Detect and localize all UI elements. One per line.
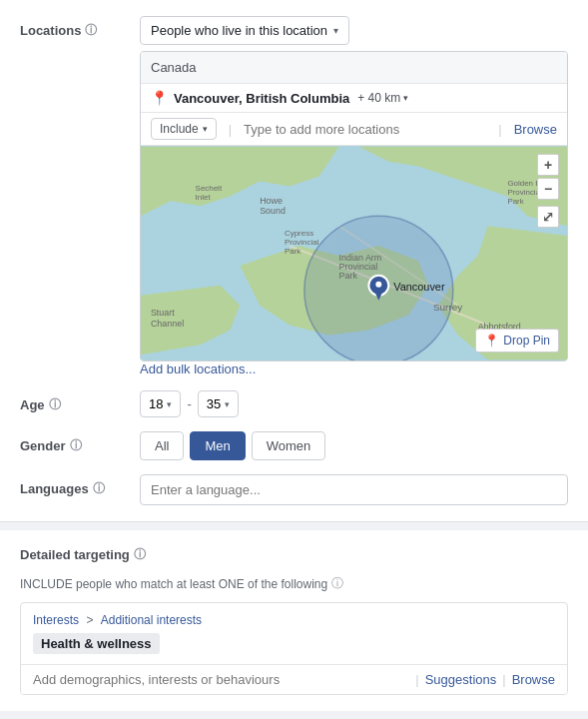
drop-pin-label: Drop Pin [503, 334, 550, 348]
map-fullscreen-button[interactable]: ⤢ [537, 206, 559, 228]
gender-men-button[interactable]: Men [190, 431, 245, 460]
targeting-browse-link[interactable]: Browse [512, 672, 555, 687]
city-name: Vancouver, British Columbia [174, 91, 349, 106]
gender-label: Gender [20, 438, 66, 453]
svg-text:Stuart: Stuart [151, 308, 175, 318]
include-dropdown[interactable]: Include ▾ [151, 118, 217, 140]
map-controls: + − ⤢ [537, 154, 559, 228]
location-city-row: 📍 Vancouver, British Columbia + 40 km ▾ [141, 84, 567, 113]
svg-text:Inlet: Inlet [196, 193, 212, 202]
drop-pin-icon: 📍 [484, 334, 499, 348]
languages-label: Languages [20, 481, 89, 496]
svg-text:Howe: Howe [260, 196, 283, 206]
location-box: Canada 📍 Vancouver, British Columbia + 4… [140, 51, 568, 361]
locations-info-icon[interactable]: ⓘ [85, 22, 97, 39]
languages-info-icon[interactable]: ⓘ [93, 480, 105, 497]
languages-label-col: Languages ⓘ [20, 474, 140, 497]
age-max-select[interactable]: 35 ▾ [198, 390, 239, 417]
age-max-chevron-icon: ▾ [225, 399, 230, 409]
svg-text:Park: Park [507, 197, 523, 206]
languages-row: Languages ⓘ [20, 474, 568, 505]
radius-chevron-icon: ▾ [403, 93, 408, 103]
locations-section: Locations ⓘ People who live in this loca… [0, 0, 588, 522]
label-text: Locations [20, 23, 81, 38]
gender-row: Gender ⓘ All Men Women [20, 431, 568, 460]
detailed-targeting-section: Detailed targeting ⓘ INCLUDE people who … [0, 530, 588, 711]
gender-group: All Men Women [140, 431, 568, 460]
gender-women-button[interactable]: Women [252, 431, 326, 460]
add-bulk-link[interactable]: Add bulk locations... [140, 361, 256, 376]
targeting-box: Interests > Additional interests Health … [20, 602, 568, 695]
targeting-divider2: | [502, 672, 505, 687]
dropdown-label: People who live in this location [151, 23, 327, 38]
age-dash: - [187, 396, 191, 411]
divider: | [229, 122, 232, 137]
include-label: Include [160, 122, 199, 136]
age-min-value: 18 [149, 396, 163, 411]
map-container: Vancouver Surrey Abbotsford Stuart Chann… [141, 146, 567, 360]
include-chevron-icon: ▾ [203, 124, 208, 134]
targeting-tag: Health & wellness [33, 633, 160, 654]
languages-content [140, 474, 568, 505]
age-content: 18 ▾ - 35 ▾ [140, 390, 568, 417]
svg-text:Sechelt: Sechelt [196, 184, 223, 193]
targeting-add-row: | Suggestions | Browse [21, 665, 567, 694]
age-row: Age ⓘ 18 ▾ - 35 ▾ [20, 390, 568, 417]
age-min-chevron-icon: ▾ [167, 399, 172, 409]
age-max-value: 35 [207, 396, 221, 411]
suggestions-link[interactable]: Suggestions [425, 672, 497, 687]
tag-label: Health & wellness [41, 636, 152, 651]
age-info-icon[interactable]: ⓘ [49, 396, 61, 413]
location-type-dropdown[interactable]: People who live in this location ▾ [140, 16, 349, 45]
additional-interests-link[interactable]: Additional interests [101, 613, 202, 627]
targeting-divider: | [415, 672, 418, 687]
radius-value: + 40 km [357, 91, 400, 105]
targeting-header: Detailed targeting ⓘ [20, 546, 568, 563]
svg-text:Cypress: Cypress [285, 229, 313, 238]
svg-text:Surrey: Surrey [433, 302, 462, 313]
gender-all-button[interactable]: All [140, 431, 184, 460]
age-label: Age [20, 397, 45, 412]
svg-point-6 [375, 282, 381, 288]
svg-text:Park: Park [285, 247, 300, 256]
targeting-add-input[interactable] [33, 672, 409, 687]
locations-label: Locations ⓘ [20, 16, 140, 39]
location-pin-icon: 📍 [151, 90, 168, 106]
targeting-label: Detailed targeting [20, 547, 130, 562]
map-zoom-out-button[interactable]: − [537, 178, 559, 200]
targeting-include-info-icon[interactable]: ⓘ [331, 575, 343, 592]
locations-content: People who live in this location ▾ Canad… [140, 16, 568, 376]
svg-text:Vancouver: Vancouver [393, 281, 445, 293]
svg-text:Sound: Sound [260, 206, 286, 216]
gender-content: All Men Women [140, 431, 568, 460]
interests-breadcrumb: Interests > Additional interests [33, 613, 555, 627]
dropdown-chevron-icon: ▾ [333, 25, 338, 36]
divider2: | [498, 122, 501, 137]
svg-text:Provincial: Provincial [285, 238, 319, 247]
svg-text:Park: Park [339, 271, 358, 281]
interests-link[interactable]: Interests [33, 613, 79, 627]
location-country: Canada [141, 52, 567, 84]
targeting-info-icon[interactable]: ⓘ [134, 546, 146, 563]
browse-link[interactable]: Browse [514, 122, 557, 137]
targeting-interests-area: Interests > Additional interests Health … [21, 603, 567, 665]
gender-info-icon[interactable]: ⓘ [70, 437, 82, 454]
drop-pin-button[interactable]: 📍 Drop Pin [475, 329, 559, 353]
location-radius[interactable]: + 40 km ▾ [357, 91, 408, 105]
map-zoom-in-button[interactable]: + [537, 154, 559, 176]
country-name: Canada [151, 60, 197, 75]
breadcrumb-sep: > [86, 613, 96, 627]
age-min-select[interactable]: 18 ▾ [140, 390, 181, 417]
targeting-include-text: INCLUDE people who match at least ONE of… [20, 575, 568, 592]
svg-text:Channel: Channel [151, 319, 184, 329]
location-search-input[interactable] [244, 122, 486, 137]
language-input[interactable] [140, 474, 568, 505]
gender-label-col: Gender ⓘ [20, 431, 140, 454]
age-label-col: Age ⓘ [20, 390, 140, 413]
include-text: INCLUDE people who match at least ONE of… [20, 577, 327, 591]
include-row: Include ▾ | | Browse [141, 113, 567, 146]
locations-row: Locations ⓘ People who live in this loca… [20, 16, 568, 376]
